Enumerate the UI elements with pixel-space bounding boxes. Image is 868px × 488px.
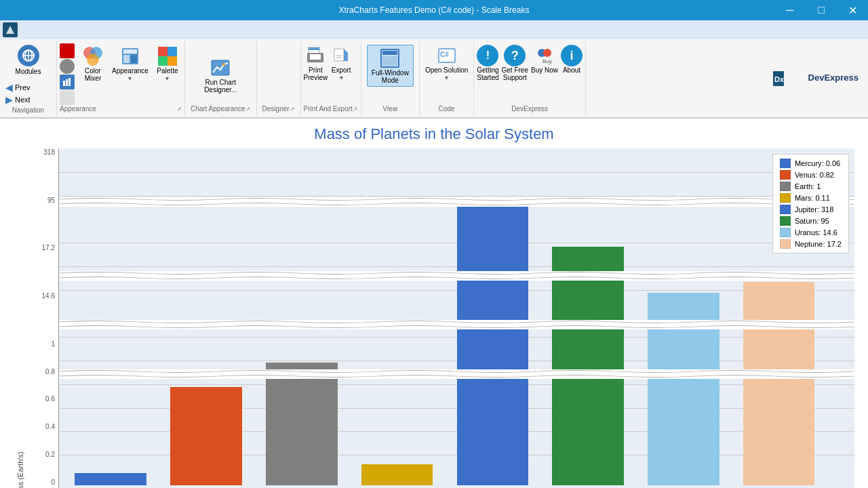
bar-venus[interactable] [170,387,242,485]
legend-label-mars: Mars: 0.11 [795,194,830,202]
svg-rect-5 [63,81,65,86]
svg-rect-32 [382,56,397,66]
svg-rect-24 [310,54,321,60]
bar-mars[interactable] [361,464,433,485]
about-button[interactable]: i About [561,45,583,105]
scale-break-4 [59,369,854,379]
svg-marker-0 [6,26,14,34]
legend-label-earth: Earth: 1 [795,182,821,190]
devexpress-group-label: DevExpress [477,105,583,115]
designer-group-label: Designer [262,105,290,113]
bar-neptune[interactable] [743,282,815,485]
doc-icon[interactable] [60,90,75,105]
record-icon[interactable] [60,43,75,58]
chart-appearance-group-label: Chart Appearance [191,105,245,113]
export-label: Export [332,66,351,74]
chart-container: Mass of Planets in the Solar System Mass… [0,119,868,488]
legend: Mercury: 0.06 Venus: 0.82 Earth: 1 [772,154,849,253]
svg-rect-27 [344,53,348,61]
svg-text:Dx: Dx [774,75,785,83]
ribbon: Modules ◀ Prev ▶ Next Navigation [0,20,868,119]
legend-color-uranus [780,228,791,237]
bar-jupiter[interactable] [457,205,529,485]
export-button[interactable]: Export ▾ [330,45,352,105]
legend-label-venus: Venus: 0.82 [795,171,834,179]
legend-color-jupiter [780,205,791,214]
svg-rect-22 [309,47,319,50]
legend-color-neptune [780,239,791,249]
legend-color-saturn [780,216,791,226]
legend-item-mercury: Mercury: 0.06 [780,159,842,168]
open-solution-label: Open Solution [425,66,468,74]
buy-now-button[interactable]: Buy Buy Now [531,45,558,105]
svg-point-10 [87,54,99,66]
modules-icon [18,45,39,66]
appearance-button[interactable]: Appearance ▾ [108,43,152,105]
scale-break-2 [59,271,854,281]
y-axis: 318 95 17.2 14.6 1 0.8 0.6 0.4 0.2 0 [24,148,58,488]
bar-mercury[interactable] [75,473,146,485]
bar-earth[interactable] [266,363,338,485]
print-preview-label: Print [309,66,323,74]
chart-icon[interactable] [60,75,75,89]
get-free-support-button[interactable]: ? Get Free Support [502,45,528,105]
chart-area: 318 95 17.2 14.6 1 0.8 0.6 0.4 0.2 0 [24,148,854,488]
open-solution-button[interactable]: C# Open Solution ▾ [425,45,468,81]
legend-label-uranus: Uranus: 14.6 [795,228,837,237]
svg-text:Buy: Buy [542,58,552,64]
chart-body: Mass (Earth's) 318 95 17.2 14.6 1 0.8 0.… [14,148,854,488]
run-chart-designer-label: Run Chart [205,79,236,86]
close-button[interactable]: ✕ [837,0,868,20]
legend-item-earth: Earth: 1 [780,182,842,191]
stop-icon[interactable] [60,59,75,74]
svg-rect-18 [167,56,177,66]
chart-inner: 318 95 17.2 14.6 1 0.8 0.6 0.4 0.2 0 [24,148,854,488]
svg-rect-25 [334,49,344,61]
legend-label-saturn: Saturn: 95 [795,217,829,225]
svg-rect-12 [123,49,137,54]
print-preview-button[interactable]: Print Preview [304,45,328,105]
code-group-label: Code [425,105,468,115]
legend-item-saturn: Saturn: 95 [780,216,842,226]
legend-item-venus: Venus: 0.82 [780,170,842,180]
legend-color-mars [780,193,791,203]
svg-marker-26 [344,49,348,53]
svg-rect-6 [66,79,68,86]
appearance-expand[interactable]: ↗ [176,106,182,113]
legend-item-uranus: Uranus: 14.6 [780,228,842,237]
bar-saturn[interactable] [552,247,624,485]
full-window-mode-button[interactable]: Full-Window Mode [367,45,414,87]
svg-rect-13 [123,55,130,63]
svg-rect-17 [158,56,167,66]
print-export-group-label: Print And Export [304,105,353,113]
legend-color-mercury [780,159,791,168]
getting-started-button[interactable]: ! Getting Started [477,45,498,105]
scale-break-1 [59,197,854,207]
chart-title: Mass of Planets in the Solar System [14,125,854,143]
svg-point-20 [222,63,225,66]
svg-rect-14 [131,55,137,63]
legend-item-jupiter: Jupiter: 318 [780,205,842,214]
run-chart-designer-button[interactable]: Run Chart Designer... [204,57,237,94]
bars-area: Mercury Venus Earth Mars Jupiter Saturn … [58,148,854,488]
palette-label: Palette [157,67,178,75]
palette-button[interactable]: Palette ▾ [153,43,182,105]
appearance-group-label: Appearance [60,105,96,113]
svg-rect-7 [68,78,71,86]
maximize-button[interactable]: □ [806,0,837,20]
color-mixer-button[interactable]: Color Mixer [79,43,107,105]
legend-label-neptune: Neptune: 17.2 [795,240,842,248]
prev-button[interactable]: ◀ Prev [5,82,51,93]
legend-item-mars: Mars: 0.11 [780,193,842,203]
appearance-label: Appearance [112,67,149,75]
svg-text:C#: C# [440,51,449,58]
svg-point-36 [543,49,551,57]
legend-color-earth [780,182,791,191]
window-title: XtraCharts Features Demo (C# code) - Sca… [339,5,530,15]
next-button[interactable]: ▶ Next [5,94,51,105]
svg-rect-16 [167,47,177,56]
scale-break-3 [59,320,854,329]
svg-rect-31 [382,51,397,55]
minimize-button[interactable]: ─ [774,0,806,20]
legend-item-neptune: Neptune: 17.2 [780,239,842,249]
